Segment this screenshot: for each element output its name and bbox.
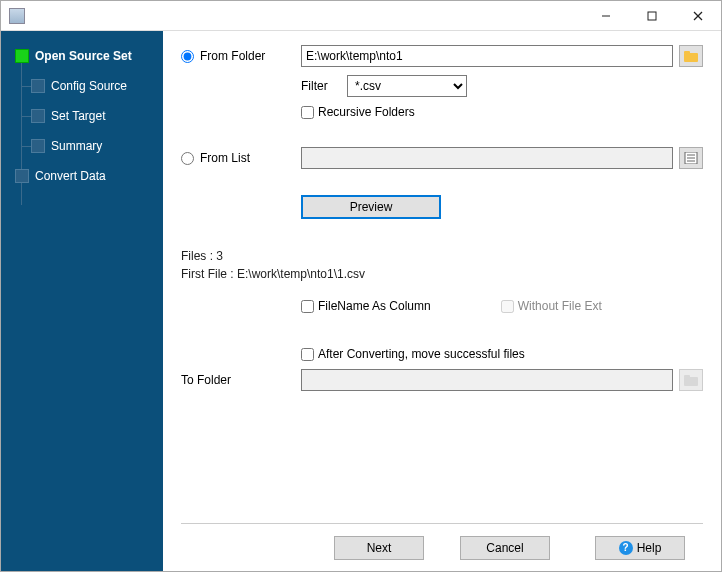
filename-as-column-text: FileName As Column [318,299,431,313]
to-folder-label: To Folder [181,373,231,387]
from-folder-radio-text: From Folder [200,49,265,63]
sidebar-item-set-target[interactable]: Set Target [1,101,163,131]
cancel-button[interactable]: Cancel [460,536,550,560]
sidebar-item-label: Open Source Set [35,49,132,63]
sidebar-item-label: Config Source [51,79,127,93]
sidebar-item-label: Summary [51,139,102,153]
step-icon [15,49,29,63]
first-file-text: First File : E:\work\temp\nto1\1.csv [181,267,703,281]
svg-rect-1 [648,12,656,20]
browse-from-list-button[interactable] [679,147,703,169]
maximize-icon [647,11,657,21]
step-icon [31,79,45,93]
after-convert-label[interactable]: After Converting, move successful files [301,347,525,361]
sidebar-item-label: Convert Data [35,169,106,183]
preview-button[interactable]: Preview [301,195,441,219]
after-convert-text: After Converting, move successful files [318,347,525,361]
filter-label: Filter [301,79,337,93]
sidebar: Open Source Set Config Source Set Target… [1,31,163,571]
help-button[interactable]: ? Help [595,536,685,560]
from-folder-input[interactable] [301,45,673,67]
from-list-radio-text: From List [200,151,250,165]
svg-rect-5 [684,51,690,54]
step-icon [15,169,29,183]
window: Open Source Set Config Source Set Target… [0,0,722,572]
step-icon [31,109,45,123]
sidebar-item-config-source[interactable]: Config Source [1,71,163,101]
help-icon: ? [619,541,633,555]
sidebar-item-convert-data[interactable]: Convert Data [1,161,163,191]
from-list-input[interactable] [301,147,673,169]
help-button-text: Help [637,541,662,555]
from-list-radio-label[interactable]: From List [181,151,250,165]
from-folder-radio[interactable] [181,50,194,63]
files-count-text: Files : 3 [181,249,703,263]
filename-as-column-checkbox[interactable] [301,300,314,313]
recursive-checkbox-label[interactable]: Recursive Folders [301,105,415,119]
filter-combo[interactable]: *.csv [347,75,467,97]
folder-icon [684,50,698,62]
list-file-icon [684,152,698,164]
close-icon [693,11,703,21]
step-icon [31,139,45,153]
folder-icon [684,374,698,386]
recursive-checkbox[interactable] [301,106,314,119]
from-list-radio[interactable] [181,152,194,165]
svg-rect-11 [684,375,690,378]
sidebar-item-label: Set Target [51,109,105,123]
after-convert-checkbox[interactable] [301,348,314,361]
next-button[interactable]: Next [334,536,424,560]
recursive-text: Recursive Folders [318,105,415,119]
to-folder-input[interactable] [301,369,673,391]
svg-rect-10 [684,377,698,386]
main-panel: From Folder Filter [163,31,721,571]
maximize-button[interactable] [629,1,675,31]
svg-rect-4 [684,53,698,62]
titlebar [1,1,721,31]
without-ext-text: Without File Ext [518,299,602,313]
minimize-button[interactable] [583,1,629,31]
minimize-icon [601,11,611,21]
footer: Next Cancel ? Help [181,523,703,571]
from-folder-radio-label[interactable]: From Folder [181,49,265,63]
sidebar-item-open-source-set[interactable]: Open Source Set [1,41,163,71]
without-ext-checkbox [501,300,514,313]
close-button[interactable] [675,1,721,31]
without-ext-label: Without File Ext [501,299,602,313]
browse-to-folder-button[interactable] [679,369,703,391]
filename-as-column-label[interactable]: FileName As Column [301,299,431,313]
app-icon [9,8,25,24]
sidebar-item-summary[interactable]: Summary [1,131,163,161]
browse-from-folder-button[interactable] [679,45,703,67]
